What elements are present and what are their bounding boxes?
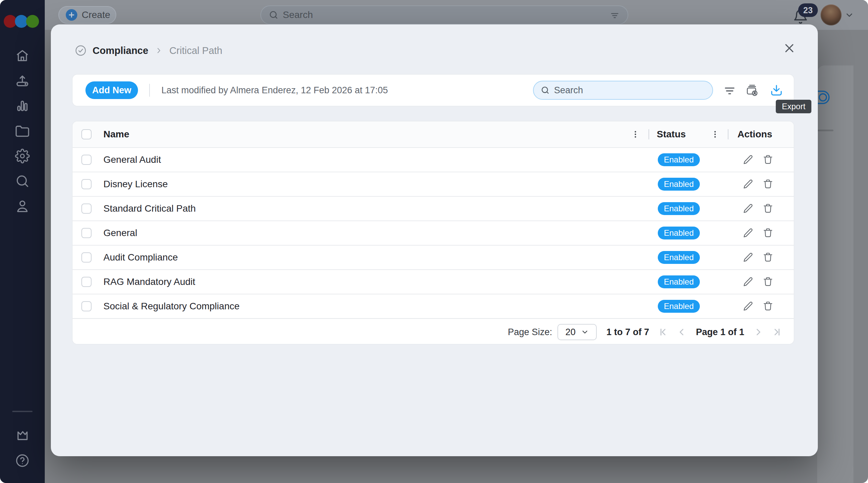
row-checkbox[interactable]	[81, 301, 92, 311]
column-header-name[interactable]: Name	[103, 121, 129, 147]
logo-green-circle	[26, 15, 39, 28]
create-button[interactable]: Create	[58, 6, 116, 24]
app-logo[interactable]	[0, 15, 45, 28]
breadcrumb: Compliance Critical Path	[75, 43, 222, 58]
row-checkbox[interactable]	[81, 277, 92, 287]
sidebar-item-help[interactable]	[0, 450, 45, 471]
filter-icon[interactable]	[609, 10, 620, 21]
row-checkbox[interactable]	[81, 155, 92, 165]
status-badge: Enabled	[658, 275, 700, 288]
notification-count-badge[interactable]: 23	[798, 3, 818, 17]
edit-icon[interactable]	[743, 227, 754, 239]
page-size-label: Page Size:	[508, 327, 552, 337]
delete-icon[interactable]	[762, 203, 774, 214]
previous-page-icon[interactable]	[677, 327, 687, 337]
table-row: Audit Compliance Enabled	[73, 245, 794, 269]
filter-icon[interactable]	[722, 83, 737, 98]
last-modified-text: Last modified by Almera Enderez, 12 Feb …	[161, 75, 388, 106]
column-divider	[648, 129, 649, 139]
row-name: Disney License	[103, 172, 168, 196]
edit-icon[interactable]	[743, 252, 754, 263]
modal-search	[533, 81, 713, 100]
page-size-value: 20	[565, 327, 575, 337]
account-chevron-down-icon[interactable]	[844, 10, 855, 20]
sidebar-item-factory[interactable]	[0, 425, 45, 445]
status-badge: Enabled	[658, 300, 700, 313]
plus-icon	[66, 9, 77, 21]
row-checkbox[interactable]	[81, 204, 92, 214]
sidebar-item-home[interactable]	[0, 45, 45, 66]
edit-icon[interactable]	[743, 276, 754, 288]
create-button-label: Create	[82, 9, 110, 20]
modal-search-input[interactable]	[553, 85, 690, 96]
table-body: General Audit Enabled Disney License Ena…	[73, 147, 794, 318]
breadcrumb-current: Critical Path	[169, 45, 222, 56]
export-download-icon[interactable]	[769, 83, 784, 98]
toolbar-divider	[149, 84, 150, 97]
sidebar-divider	[12, 411, 33, 412]
chevron-right-icon	[155, 46, 163, 55]
column-header-status[interactable]: Status	[657, 121, 686, 147]
page-indicator-text: Page 1 of 1	[696, 327, 744, 337]
row-range-text: 1 to 7 of 7	[606, 327, 649, 337]
gear-icon	[15, 149, 30, 163]
edit-icon[interactable]	[743, 301, 754, 312]
sidebar-item-folders[interactable]	[0, 121, 45, 141]
table-row: Standard Critical Path Enabled	[73, 196, 794, 220]
user-avatar[interactable]	[821, 4, 842, 25]
chevron-down-icon	[581, 328, 589, 336]
search-icon	[15, 174, 30, 189]
help-icon	[15, 453, 30, 468]
breadcrumb-section[interactable]: Compliance	[93, 45, 148, 56]
last-page-icon[interactable]	[772, 327, 782, 337]
select-all-checkbox[interactable]	[81, 129, 92, 139]
delete-icon[interactable]	[762, 301, 774, 312]
next-page-icon[interactable]	[753, 327, 763, 337]
delete-icon[interactable]	[762, 227, 774, 239]
sidebar	[0, 0, 45, 483]
delete-icon[interactable]	[762, 154, 774, 166]
row-name: General Audit	[103, 148, 161, 172]
table-row: General Enabled	[73, 220, 794, 245]
sidebar-item-settings[interactable]	[0, 146, 45, 166]
column-header-actions: Actions	[737, 121, 772, 147]
sidebar-item-profile[interactable]	[0, 196, 45, 216]
column-menu-icon[interactable]	[631, 130, 640, 139]
status-badge: Enabled	[658, 153, 700, 166]
table-row: General Audit Enabled	[73, 147, 794, 172]
add-new-button[interactable]: Add New	[85, 81, 138, 99]
toolbar: Add New Last modified by Almera Enderez,…	[72, 74, 794, 107]
status-badge: Enabled	[658, 178, 700, 191]
column-menu-icon[interactable]	[711, 130, 719, 139]
delete-icon[interactable]	[762, 276, 774, 288]
edit-icon[interactable]	[743, 203, 754, 214]
record-cards-icon[interactable]	[744, 83, 759, 98]
row-checkbox[interactable]	[81, 228, 92, 238]
delete-icon[interactable]	[762, 178, 774, 190]
bar-chart-icon	[15, 98, 30, 113]
row-name: Social & Regulatory Compliance	[103, 294, 240, 318]
close-icon[interactable]	[782, 41, 797, 56]
row-name: General	[103, 221, 137, 245]
edit-icon[interactable]	[743, 154, 754, 166]
global-search-input[interactable]: Search	[260, 5, 628, 24]
status-badge: Enabled	[658, 227, 700, 239]
export-tooltip: Export	[776, 100, 811, 113]
delete-icon[interactable]	[762, 252, 774, 263]
global-search-placeholder: Search	[283, 9, 313, 20]
row-checkbox[interactable]	[81, 252, 92, 263]
sidebar-item-analytics[interactable]	[0, 96, 45, 116]
table: Name Status Actions General Audit Enable…	[72, 121, 794, 345]
row-name: Standard Critical Path	[103, 197, 196, 220]
row-checkbox[interactable]	[81, 179, 92, 189]
page-size-select[interactable]: 20	[557, 324, 597, 340]
factory-icon	[15, 427, 30, 442]
home-icon	[15, 48, 30, 63]
first-page-icon[interactable]	[658, 327, 668, 337]
table-row: Social & Regulatory Compliance Enabled	[73, 294, 794, 318]
sidebar-item-search[interactable]	[0, 171, 45, 191]
status-badge: Enabled	[658, 202, 700, 215]
sidebar-item-upload[interactable]	[0, 71, 45, 91]
edit-icon[interactable]	[743, 178, 754, 190]
background-divider	[817, 130, 833, 131]
